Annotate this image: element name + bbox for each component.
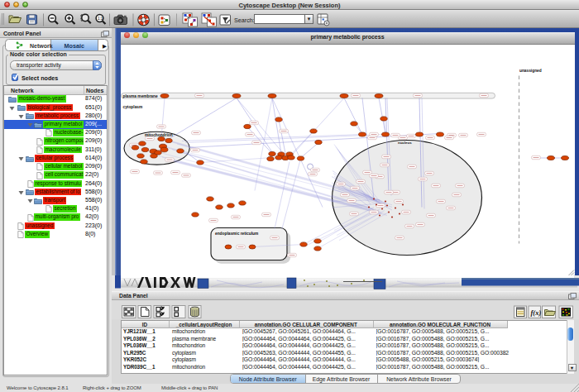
svg-text:f(x): f(x) <box>531 308 542 317</box>
svg-text:cytoplasm: cytoplasm <box>123 104 143 108</box>
svg-text:unassigned: unassigned <box>519 69 542 73</box>
svg-text:endoplasmic reticulum: endoplasmic reticulum <box>215 231 258 235</box>
svg-text:mitochondrion: mitochondrion <box>145 132 173 136</box>
svg-text:Search:: Search: <box>234 16 255 23</box>
svg-text:1:1: 1:1 <box>98 17 103 21</box>
svg-text:plasma membrane: plasma membrane <box>123 93 158 98</box>
svg-text:nucleus: nucleus <box>398 140 412 144</box>
